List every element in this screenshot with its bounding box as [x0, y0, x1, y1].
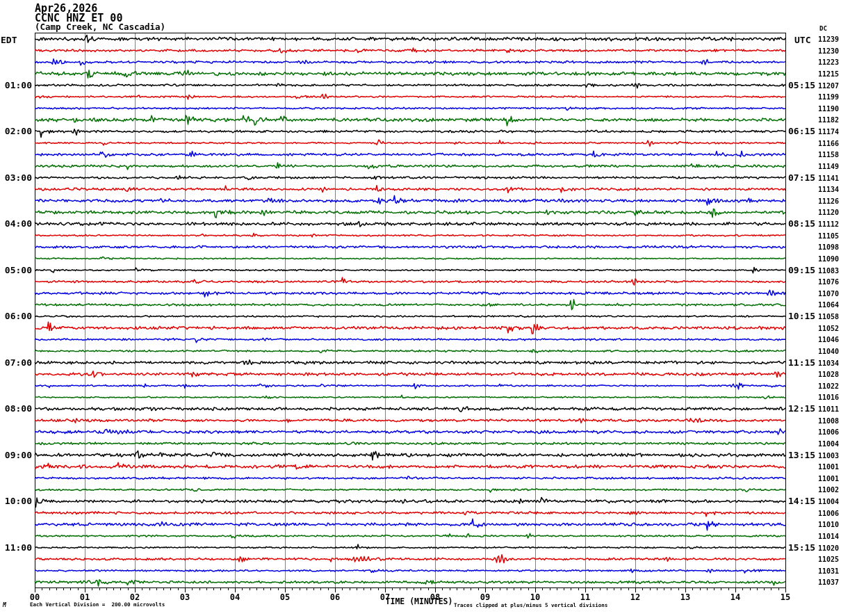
x-tick-label: 14 [725, 592, 746, 602]
utc-hour-label: 05:15 [788, 80, 815, 90]
x-tick-label: 00 [24, 592, 45, 602]
x-tick-label: 05 [275, 592, 295, 602]
trace-count-label: 11207 [818, 82, 839, 90]
trace-count-label: 11034 [818, 359, 839, 367]
trace-count-label: 11083 [818, 267, 839, 275]
trace-count-label: 11230 [818, 47, 839, 55]
x-tick-label: 09 [475, 592, 496, 602]
utc-hour-label: 09:15 [788, 265, 815, 275]
trace-count-label: 11199 [818, 93, 839, 101]
utc-hour-label: 13:15 [788, 450, 815, 460]
x-tick-label: 02 [124, 592, 145, 602]
x-tick-label: 13 [675, 592, 696, 602]
x-tick-label: 07 [375, 592, 395, 602]
trace-count-label: 11006 [818, 510, 839, 517]
x-tick-label: 08 [425, 592, 446, 602]
trace-count-label: 11141 [818, 175, 839, 182]
trace-count-label: 11239 [818, 35, 839, 43]
trace-count-label: 11098 [818, 243, 839, 251]
trace-count-label: 11028 [818, 371, 839, 378]
trace-count-label: 11158 [818, 151, 839, 159]
trace-count-label: 11025 [818, 556, 839, 563]
trace-count-label: 11037 [818, 578, 839, 586]
edt-hour-label: 01:00 [0, 80, 32, 90]
trace-count-label: 11010 [818, 521, 839, 528]
edt-hour-label: 07:00 [0, 357, 32, 368]
x-tick-label: 06 [325, 592, 345, 602]
trace-count-label: 11002 [818, 486, 839, 494]
trace-count-label: 11070 [818, 290, 839, 298]
utc-hour-label: 11:15 [788, 357, 815, 368]
trace-count-label: 11004 [818, 440, 839, 448]
x-tick-label: 04 [224, 592, 245, 602]
trace-count-label: 11149 [818, 163, 839, 170]
trace-count-label: 11001 [818, 463, 839, 471]
trace-count-label: 11052 [818, 325, 839, 332]
x-tick-label: 15 [775, 592, 796, 602]
trace-count-label: 11120 [818, 209, 839, 216]
x-tick-label: 11 [575, 592, 596, 602]
trace-count-label: 11166 [818, 140, 839, 147]
trace-count-label: 11031 [818, 567, 839, 575]
trace-count-label: 11190 [818, 105, 839, 113]
trace-count-label: 11022 [818, 382, 839, 390]
trace-count-label: 11076 [818, 278, 839, 286]
trace-count-label: 11011 [818, 405, 839, 413]
edt-hour-label: 06:00 [0, 311, 32, 321]
trace-count-label: 11003 [818, 452, 839, 460]
edt-hour-label: 04:00 [0, 218, 32, 229]
trace-count-label: 11004 [818, 498, 839, 505]
edt-hour-label: 08:00 [0, 403, 32, 414]
trace-count-label: 11126 [818, 197, 839, 205]
edt-hour-label: 11:00 [0, 542, 32, 553]
trace-count-label: 11014 [818, 533, 839, 540]
trace-count-label: 11008 [818, 417, 839, 425]
trace-count-label: 11134 [818, 186, 839, 193]
trace-count-label: 11105 [818, 232, 839, 240]
trace-count-label: 11182 [818, 116, 839, 124]
edt-hour-label: 10:00 [0, 496, 32, 506]
trace-count-label: 11006 [818, 428, 839, 436]
utc-hour-label: 14:15 [788, 496, 815, 506]
trace-count-label: 11215 [818, 70, 839, 78]
x-tick-label: 12 [625, 592, 646, 602]
utc-hour-label: 12:15 [788, 403, 815, 414]
edt-hour-label: 03:00 [0, 172, 32, 183]
trace-count-label: 11001 [818, 475, 839, 483]
utc-hour-label: 06:15 [788, 126, 815, 136]
trace-count-label: 11064 [818, 301, 839, 309]
trace-count-label: 11223 [818, 58, 839, 66]
heliplot-page: Apr26,2026 CCNC HNZ ET 00 (Camp Creek, N… [0, 0, 841, 616]
x-tick-label: 10 [525, 592, 546, 602]
trace-count-label: 11020 [818, 544, 839, 552]
trace-count-label: 11016 [818, 394, 839, 401]
edt-hour-label: 02:00 [0, 126, 32, 136]
utc-hour-label: 08:15 [788, 218, 815, 229]
x-tick-label: 01 [74, 592, 95, 602]
trace-count-label: 11058 [818, 313, 839, 321]
utc-hour-label: 15:15 [788, 542, 815, 553]
edt-hour-label: 05:00 [0, 265, 32, 275]
trace-count-label: 11040 [818, 348, 839, 355]
trace-count-label: 11174 [818, 128, 839, 136]
trace-count-label: 11112 [818, 220, 839, 228]
axis-labels-layer: 01:0005:1502:0006:1503:0007:1504:0008:15… [0, 0, 841, 616]
trace-count-label: 11046 [818, 336, 839, 343]
utc-hour-label: 07:15 [788, 172, 815, 183]
x-tick-label: 03 [174, 592, 195, 602]
edt-hour-label: 09:00 [0, 450, 32, 460]
trace-count-label: 11090 [818, 255, 839, 263]
utc-hour-label: 10:15 [788, 311, 815, 321]
